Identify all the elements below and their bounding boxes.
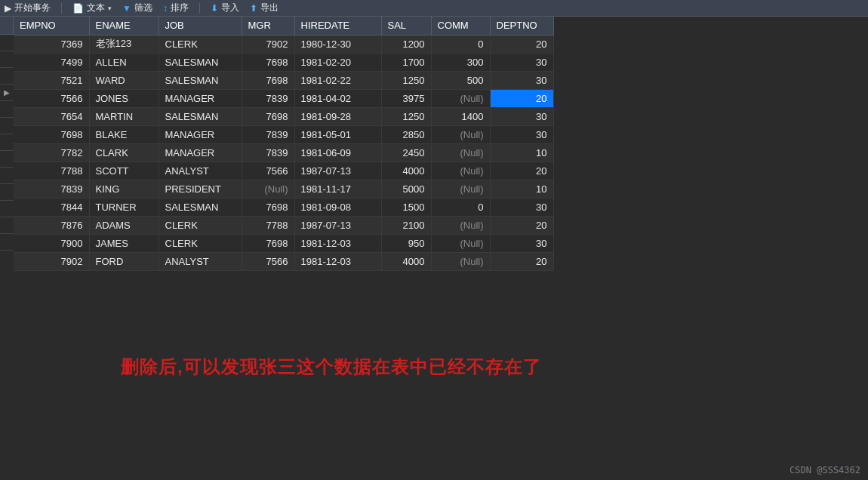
cell-sal[interactable]: 2100 <box>381 216 431 234</box>
cell-job[interactable]: CLERK <box>159 216 242 234</box>
begin-transaction-button[interactable]: ▶ 开始事务 <box>5 2 51 14</box>
cell-comm[interactable]: 0 <box>431 198 490 216</box>
row-indicator[interactable] <box>0 201 14 217</box>
cell-job[interactable]: MANAGER <box>159 125 242 143</box>
cell-comm[interactable]: 1400 <box>431 107 490 125</box>
cell-hiredate[interactable]: 1981-11-17 <box>294 180 381 198</box>
cell-hiredate[interactable]: 1981-04-02 <box>294 89 381 107</box>
cell-mgr[interactable]: 7698 <box>242 107 294 125</box>
cell-ename[interactable]: KING <box>89 180 159 198</box>
cell-comm[interactable]: (Null) <box>431 252 490 270</box>
row-indicator[interactable] <box>0 35 14 51</box>
cell-sal[interactable]: 4000 <box>381 162 431 180</box>
cell-empno[interactable]: 7839 <box>14 180 89 198</box>
cell-empno[interactable]: 7844 <box>14 198 89 216</box>
cell-ename[interactable]: SCOTT <box>89 162 159 180</box>
cell-deptno[interactable]: 20 <box>490 162 553 180</box>
cell-sal[interactable]: 2850 <box>381 125 431 143</box>
cell-deptno[interactable]: 30 <box>490 107 553 125</box>
table-row[interactable]: 7902FORDANALYST75661981-12-034000(Null)2… <box>14 252 553 270</box>
cell-hiredate[interactable]: 1987-07-13 <box>294 162 381 180</box>
cell-job[interactable]: SALESMAN <box>159 53 242 71</box>
table-row[interactable]: 7788SCOTTANALYST75661987-07-134000(Null)… <box>14 162 553 180</box>
cell-sal[interactable]: 1500 <box>381 198 431 216</box>
cell-mgr[interactable]: (Null) <box>242 180 294 198</box>
cell-sal[interactable]: 1200 <box>381 35 431 53</box>
table-row[interactable]: 7499ALLENSALESMAN76981981-02-20170030030 <box>14 53 553 71</box>
column-header-sal[interactable]: SAL <box>381 17 431 35</box>
row-indicator[interactable] <box>0 168 14 184</box>
cell-hiredate[interactable]: 1980-12-30 <box>294 35 381 53</box>
table-row[interactable]: 7876ADAMSCLERK77881987-07-132100(Null)20 <box>14 216 553 234</box>
cell-empno[interactable]: 7499 <box>14 53 89 71</box>
column-header-hiredate[interactable]: HIREDATE <box>294 17 381 35</box>
cell-mgr[interactable]: 7566 <box>242 252 294 270</box>
cell-deptno[interactable]: 30 <box>490 198 553 216</box>
table-row[interactable]: 7566JONESMANAGER78391981-04-023975(Null)… <box>14 89 553 107</box>
cell-mgr[interactable]: 7788 <box>242 216 294 234</box>
cell-comm[interactable]: (Null) <box>431 234 490 252</box>
row-indicator[interactable] <box>0 234 14 251</box>
cell-hiredate[interactable]: 1981-09-28 <box>294 107 381 125</box>
cell-empno[interactable]: 7521 <box>14 71 89 89</box>
cell-mgr[interactable]: 7839 <box>242 89 294 107</box>
cell-ename[interactable]: ALLEN <box>89 53 159 71</box>
column-header-comm[interactable]: COMM <box>431 17 490 35</box>
cell-deptno[interactable]: 20 <box>490 35 553 53</box>
cell-empno[interactable]: 7698 <box>14 125 89 143</box>
cell-sal[interactable]: 1700 <box>381 53 431 71</box>
cell-empno[interactable]: 7566 <box>14 89 89 107</box>
cell-ename[interactable]: CLARK <box>89 143 159 162</box>
row-indicator[interactable] <box>0 134 14 151</box>
cell-job[interactable]: MANAGER <box>159 89 242 107</box>
row-indicator[interactable] <box>0 118 14 134</box>
cell-deptno[interactable]: 20 <box>490 216 553 234</box>
cell-hiredate[interactable]: 1981-02-20 <box>294 53 381 71</box>
column-header-mgr[interactable]: MGR <box>242 17 294 35</box>
column-header-deptno[interactable]: DEPTNO <box>490 17 553 35</box>
cell-ename[interactable]: JAMES <box>89 234 159 252</box>
cell-mgr[interactable]: 7698 <box>242 198 294 216</box>
row-indicator[interactable] <box>0 68 14 85</box>
cell-comm[interactable]: (Null) <box>431 162 490 180</box>
cell-ename[interactable]: TURNER <box>89 198 159 216</box>
table-row[interactable]: 7844TURNERSALESMAN76981981-09-081500030 <box>14 198 553 216</box>
column-header-job[interactable]: JOB <box>159 17 242 35</box>
cell-empno[interactable]: 7782 <box>14 143 89 162</box>
cell-sal[interactable]: 4000 <box>381 252 431 270</box>
cell-sal[interactable]: 3975 <box>381 89 431 107</box>
table-row[interactable]: 7698BLAKEMANAGER78391981-05-012850(Null)… <box>14 125 553 143</box>
cell-comm[interactable]: 500 <box>431 71 490 89</box>
cell-ename[interactable]: FORD <box>89 252 159 270</box>
cell-job[interactable]: CLERK <box>159 234 242 252</box>
cell-comm[interactable]: (Null) <box>431 180 490 198</box>
cell-mgr[interactable]: 7566 <box>242 162 294 180</box>
cell-empno[interactable]: 7900 <box>14 234 89 252</box>
cell-sal[interactable]: 1250 <box>381 71 431 89</box>
cell-mgr[interactable]: 7698 <box>242 234 294 252</box>
import-button[interactable]: ⬇ 导入 <box>211 2 239 14</box>
row-indicator[interactable] <box>0 51 14 68</box>
table-row[interactable]: 7900JAMESCLERK76981981-12-03950(Null)30 <box>14 234 553 252</box>
cell-comm[interactable]: (Null) <box>431 216 490 234</box>
cell-hiredate[interactable]: 1981-05-01 <box>294 125 381 143</box>
cell-sal[interactable]: 950 <box>381 234 431 252</box>
cell-empno[interactable]: 7788 <box>14 162 89 180</box>
cell-deptno[interactable]: 10 <box>490 180 553 198</box>
cell-job[interactable]: SALESMAN <box>159 198 242 216</box>
cell-mgr[interactable]: 7698 <box>242 53 294 71</box>
cell-hiredate[interactable]: 1981-02-22 <box>294 71 381 89</box>
cell-empno[interactable]: 7369 <box>14 35 89 53</box>
cell-hiredate[interactable]: 1981-09-08 <box>294 198 381 216</box>
cell-ename[interactable]: WARD <box>89 71 159 89</box>
cell-job[interactable]: MANAGER <box>159 143 242 162</box>
export-button[interactable]: ⬆ 导出 <box>250 2 279 14</box>
row-indicator[interactable] <box>0 101 14 118</box>
cell-comm[interactable]: (Null) <box>431 89 490 107</box>
row-indicator[interactable] <box>0 217 14 234</box>
cell-job[interactable]: PRESIDENT <box>159 180 242 198</box>
cell-ename[interactable]: BLAKE <box>89 125 159 143</box>
text-dropdown[interactable]: 📄 文本 ▾ <box>72 2 112 14</box>
cell-empno[interactable]: 7902 <box>14 252 89 270</box>
cell-sal[interactable]: 5000 <box>381 180 431 198</box>
